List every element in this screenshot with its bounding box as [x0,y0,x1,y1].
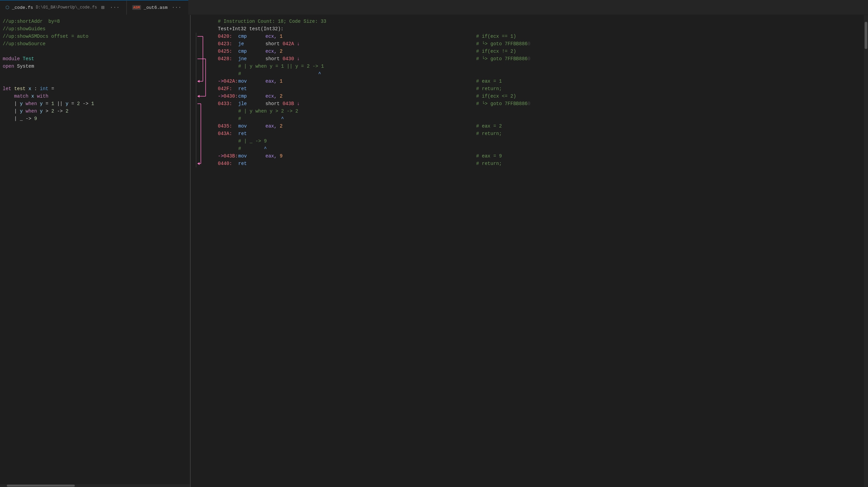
code-line: | y when y = 1 || y = 2 -> 1 [0,100,190,107]
left-scrollbar-thumb[interactable] [7,485,75,487]
asm-comment-pad [340,160,476,167]
asm-header: # Instruction Count: 18; Code Size: 33 [191,18,868,25]
right-vertical-scrollbar[interactable] [864,15,868,487]
asm-addr: ->043B: [218,152,238,160]
asm-inline-comment: # | y when y = 1 || y = 2 -> 1 [238,63,324,70]
asm-comment-pad [340,48,476,55]
asm-inline-comment: # ^ [238,70,321,78]
asm-operands: eax, 9 [265,152,340,160]
left-tab-path: D:\01_BA\PowerUp\_code.fs [36,5,97,10]
asm-operands [265,85,340,93]
left-editor-pane: //up:shortAddr by=8 //up:showGuides //up… [0,15,190,487]
right-more-btn[interactable]: ··· [170,4,183,11]
asm-line: # ^ [218,115,868,122]
left-scrollbar[interactable] [0,484,190,487]
code-line: open System [0,63,190,70]
svg-marker-7 [197,95,199,98]
svg-marker-3 [197,80,199,83]
asm-mnemonic: mov [238,122,265,130]
left-tab-name: _code.fs [12,5,33,10]
asm-addr: 0433: [218,100,238,107]
asm-signature-text: Test+Int32 test(Int32): [218,25,283,33]
asm-line: # ^ [218,145,868,152]
asm-lines-container: 0420: cmp ecx, 1 # if(ecx == 1) 0423: je… [191,33,868,167]
asm-comment-pad [340,40,476,48]
asm-line: # | _ -> 9 [218,137,868,145]
code-line: //up:showGuides [0,25,190,33]
asm-addr [218,63,238,70]
code-line: | _ -> 9 [0,115,190,122]
code-text: //up:showGuides [0,25,185,33]
svg-marker-11 [197,162,199,165]
code-line: let test x : int = [0,85,190,93]
asm-addr: 0425: [218,48,238,55]
asm-addr [218,115,238,122]
asm-addr: 042F: [218,85,238,93]
asm-operands: ecx, 1 [265,33,340,40]
asm-operands: short 0430 ↓ [265,55,340,63]
asm-comment: # └> goto 7FFBB8860 [476,55,531,63]
code-text: let test x : int = [0,85,185,93]
asm-addr: ->0430: [218,93,238,100]
asm-addr: 0420: [218,33,238,40]
asm-addr [218,70,238,78]
split-editor-btn[interactable]: ⊞ [100,3,106,12]
code-line: //up:shortAddr by=8 [0,18,190,25]
code-text: module Test [0,55,185,63]
asm-comment: # └> goto 7FFBB8860 [476,100,531,107]
right-code-area[interactable]: # Instruction Count: 18; Code Size: 33 T… [191,15,868,487]
asm-comment: # if(ecx != 2) [476,48,516,55]
code-text: match x with [0,93,185,100]
asm-addr: 0428: [218,55,238,63]
asm-addr [218,145,238,152]
asm-addr: 0423: [218,40,238,48]
editor-container: ⬡ _code.fs D:\01_BA\PowerUp\_code.fs ⊞ ·… [0,0,868,487]
asm-operands: eax, 1 [265,78,340,85]
asm-comment-pad [340,55,476,63]
tab-bar: ⬡ _code.fs D:\01_BA\PowerUp\_code.fs ⊞ ·… [0,0,868,15]
code-text: | _ -> 9 [0,115,185,122]
right-scrollbar-thumb[interactable] [865,22,867,49]
asm-line: # ^ [218,70,868,78]
asm-inline-comment: # ^ [238,115,284,122]
asm-comment-pad [340,93,476,100]
asm-comment-pad [340,100,476,107]
asm-operands: short 042A ↓ [265,40,340,48]
tab-left-code[interactable]: ⬡ _code.fs D:\01_BA\PowerUp\_code.fs ⊞ ·… [0,0,126,15]
asm-mnemonic: jle [238,100,265,107]
asm-comment-pad [340,130,476,137]
asm-addr: 0435: [218,122,238,130]
asm-operands: eax, 2 [265,122,340,130]
asm-line: 042F: ret # return; [218,85,868,93]
asm-comment: # if(ecx <= 2) [476,93,516,100]
asm-comment: # └> goto 7FFBB8860 [476,40,531,48]
asm-mnemonic: cmp [238,33,265,40]
asm-mnemonic: cmp [238,48,265,55]
asm-addr: 0440: [218,160,238,167]
code-text: //up:shortAddr by=8 [0,18,185,25]
asm-addr [218,107,238,115]
asm-operands [265,130,340,137]
left-more-btn[interactable]: ··· [108,4,121,11]
asm-line: 0420: cmp ecx, 1 # if(ecx == 1) [218,33,868,40]
asm-line: ->0430: cmp ecx, 2 # if(ecx <= 2) [218,93,868,100]
asm-line: 0423: je short 042A ↓ # └> goto 7FFBB886… [218,40,868,48]
left-code-area[interactable]: //up:shortAddr by=8 //up:showGuides //up… [0,15,190,484]
tab-right-asm[interactable]: ASM _out6.asm ··· [127,0,188,15]
asm-icon: ASM [132,5,141,10]
code-text: //up:showASMDocs offset = auto [0,33,185,40]
fs-icon: ⬡ [5,5,9,10]
code-line: module Test [0,55,190,63]
asm-line: # | y when y = 1 || y = 2 -> 1 [218,63,868,70]
asm-header-text: # Instruction Count: 18; Code Size: 33 [218,18,326,25]
asm-comment: # if(ecx == 1) [476,33,516,40]
asm-comment-pad [340,78,476,85]
code-line: match x with [0,93,190,100]
asm-inline-comment: # | y when y > 2 -> 2 [238,107,298,115]
asm-comment-pad [340,152,476,160]
code-text: | y when y = 1 || y = 2 -> 1 [0,100,185,107]
right-editor-pane: # Instruction Count: 18; Code Size: 33 T… [191,15,868,487]
code-line: //up:showASMDocs offset = auto [0,33,190,40]
right-tab-name: _out6.asm [144,5,168,10]
asm-comment: # eax = 1 [476,78,502,85]
